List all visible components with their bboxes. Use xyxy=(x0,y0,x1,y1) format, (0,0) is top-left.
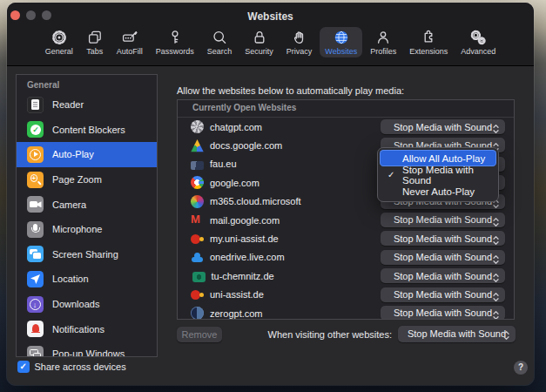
menu-item[interactable]: ✓ Stop Media with Sound xyxy=(380,166,496,183)
sidebar-item-content-blockers[interactable]: Content Blockers xyxy=(17,118,157,143)
preferences-toolbar: General Tabs AutoFill Passwords Search S… xyxy=(7,27,534,57)
sidebar-item-microphone[interactable]: Microphone xyxy=(17,217,157,242)
downloads-icon xyxy=(27,296,44,313)
toolbar-item-general[interactable]: General xyxy=(40,27,78,57)
globe-icon xyxy=(333,29,350,46)
site-label: google.com xyxy=(210,178,260,188)
auto-play-icon xyxy=(27,146,44,163)
toolbar-item-profiles[interactable]: Profiles xyxy=(365,27,401,57)
toolbar-item-security[interactable]: Security xyxy=(239,27,279,57)
when-visiting-label: When visiting other websites: xyxy=(268,329,392,340)
menu-item[interactable]: Never Auto-Play xyxy=(380,183,496,199)
chevron-up-down-icon xyxy=(492,233,500,249)
autoplay-options-menu: Allow All Auto-Play ✓ Stop Media with So… xyxy=(377,147,499,202)
site-label: docs.google.com xyxy=(210,140,282,151)
gear-icon xyxy=(51,29,68,46)
table-row[interactable]: zerogpt.com Stop Media with Sound xyxy=(178,304,514,320)
sidebar-item-auto-play[interactable]: Auto-Play xyxy=(17,142,157,167)
autoplay-policy-dropdown[interactable]: Stop Media with Sound xyxy=(381,213,505,227)
toolbar-item-label: Privacy xyxy=(286,47,313,56)
toolbar-item-privacy[interactable]: Privacy xyxy=(281,27,318,57)
policy-value: Stop Media with Sound xyxy=(394,271,492,281)
site-label: onedrive.live.com xyxy=(210,252,285,262)
autoplay-description: Allow the websites below to automaticall… xyxy=(177,85,404,96)
person-icon xyxy=(374,29,392,46)
autoplay-policy-dropdown[interactable]: Stop Media with Sound xyxy=(381,231,505,246)
autoplay-policy-dropdown[interactable]: Stop Media with Sound xyxy=(381,306,505,320)
checkmark-icon: ✓ xyxy=(388,170,394,179)
tabs-icon xyxy=(86,29,104,46)
puzzle-icon xyxy=(420,29,437,46)
camera-icon xyxy=(27,196,44,213)
table-row[interactable]: my.uni-assist.de Stop Media with Sound xyxy=(178,229,514,247)
toolbar-item-extensions[interactable]: Extensions xyxy=(404,27,453,57)
lock-icon xyxy=(251,29,268,46)
table-row[interactable]: mail.google.com Stop Media with Sound xyxy=(178,211,514,229)
toolbar-item-websites[interactable]: Websites xyxy=(320,27,362,57)
table-row[interactable]: tu-chemnitz.de Stop Media with Sound xyxy=(178,267,514,285)
site-label: tu-chemnitz.de xyxy=(212,271,274,281)
key-icon xyxy=(166,29,184,46)
remove-button[interactable]: Remove xyxy=(177,327,222,342)
sidebar-item-location[interactable]: Location xyxy=(17,267,157,292)
sidebar-item-label: Pop-up Windows xyxy=(52,348,125,357)
share-checkbox[interactable]: ✓ xyxy=(17,361,30,373)
sidebar-item-label: Reader xyxy=(52,99,84,110)
location-icon xyxy=(27,271,44,287)
table-row[interactable]: onedrive.live.com Stop Media with Sound xyxy=(178,248,514,267)
toolbar-item-label: General xyxy=(45,47,73,56)
site-label: uni-assist.de xyxy=(210,289,264,300)
menu-item-label: Stop Media with Sound xyxy=(402,165,496,186)
chevron-up-down-icon xyxy=(492,253,500,268)
toolbar-item-tabs[interactable]: Tabs xyxy=(81,27,109,57)
toolbar-item-label: Websites xyxy=(325,47,357,56)
policy-value: Stop Media with Sound xyxy=(394,214,492,225)
sidebar-item-label: Downloads xyxy=(52,299,99,309)
sidebar-item-notifications[interactable]: Notifications xyxy=(17,316,157,341)
chevron-up-down-icon xyxy=(492,290,500,306)
sidebar-item-screen-sharing[interactable]: Screen Sharing xyxy=(17,242,157,267)
table-row[interactable]: uni-assist.de Stop Media with Sound xyxy=(178,286,514,304)
sidebar-item-label: Auto-Play xyxy=(52,149,94,159)
sidebar-item-label: Content Blockers xyxy=(52,125,125,135)
share-label: Share across devices xyxy=(35,362,126,372)
notifications-icon xyxy=(27,321,44,337)
toolbar-item-autofill[interactable]: AutoFill xyxy=(111,27,148,57)
toolbar-item-passwords[interactable]: Passwords xyxy=(151,27,199,57)
sidebar-item-page-zoom[interactable]: Page Zoom xyxy=(17,167,157,193)
google-favicon xyxy=(191,176,204,189)
autoplay-policy-dropdown[interactable]: Stop Media with Sound xyxy=(381,287,505,302)
policy-value: Stop Media with Sound xyxy=(394,289,492,300)
toolbar-item-advanced[interactable]: Advanced xyxy=(455,27,501,57)
m365-favicon xyxy=(191,195,204,208)
chevron-up-down-icon xyxy=(492,215,500,231)
autoplay-policy-dropdown[interactable]: Stop Media with Sound xyxy=(381,250,505,265)
autoplay-policy-dropdown[interactable]: Stop Media with Sound xyxy=(381,268,505,283)
sidebar-item-popup-windows[interactable]: Pop-up Windows xyxy=(17,341,157,357)
help-button[interactable]: ? xyxy=(514,361,528,375)
table-row[interactable]: chatgpt.com Stop Media with Sound xyxy=(178,118,514,136)
sidebar-item-label: Location xyxy=(52,274,89,284)
sidebar-item-label: Notifications xyxy=(52,324,104,335)
autofill-icon xyxy=(121,29,138,46)
sidebar-item-camera[interactable]: Camera xyxy=(17,192,157,217)
sidebar-item-downloads[interactable]: Downloads xyxy=(17,292,157,317)
autoplay-policy-dropdown[interactable]: Stop Media with Sound xyxy=(381,119,505,134)
site-label: my.uni-assist.de xyxy=(210,233,279,244)
toolbar-item-label: Tabs xyxy=(86,47,103,56)
chevron-up-down-icon xyxy=(492,122,500,138)
toolbar-item-label: Security xyxy=(245,47,273,56)
fau-favicon xyxy=(191,161,204,170)
screen-sharing-icon xyxy=(27,246,44,262)
site-label: chatgpt.com xyxy=(210,122,262,132)
sidebar-section-header: General xyxy=(17,75,157,92)
toolbar-item-label: Extensions xyxy=(409,47,448,56)
default-policy-dropdown[interactable]: Stop Media with Sound xyxy=(398,326,516,342)
toolbar-item-label: Passwords xyxy=(156,47,194,56)
websites-table: Currently Open Websites chatgpt.com Stop… xyxy=(177,99,515,320)
chatgpt-favicon xyxy=(191,120,204,133)
popup-windows-icon xyxy=(27,346,44,357)
sidebar-item-reader[interactable]: Reader xyxy=(17,92,157,118)
menu-item-label: Allow All Auto-Play xyxy=(402,153,485,164)
toolbar-item-search[interactable]: Search xyxy=(202,27,238,57)
